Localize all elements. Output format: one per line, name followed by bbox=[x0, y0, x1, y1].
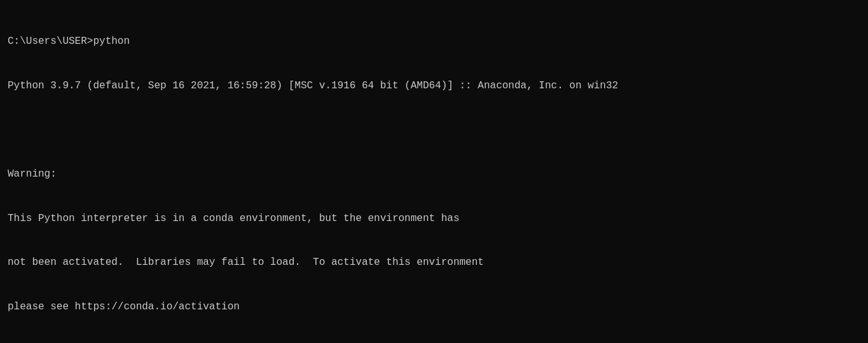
python-version-line: Python 3.9.7 (default, Sep 16 2021, 16:5… bbox=[8, 79, 860, 93]
empty-line-1 bbox=[8, 123, 860, 138]
terminal-window[interactable]: C:\Users\USER>python Python 3.9.7 (defau… bbox=[0, 0, 868, 343]
warning-line-3: please see https://conda.io/activation bbox=[8, 300, 860, 314]
warning-line-1: This Python interpreter is in a conda en… bbox=[8, 212, 860, 226]
warning-label-line: Warning: bbox=[8, 167, 860, 182]
cmd-prompt-line: C:\Users\USER>python bbox=[8, 34, 860, 49]
warning-line-2: not been activated. Libraries may fail t… bbox=[8, 255, 860, 270]
